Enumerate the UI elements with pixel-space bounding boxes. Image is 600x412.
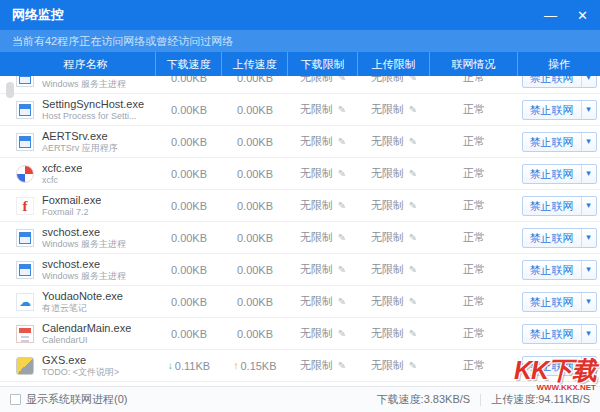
table-body: Windows 服务主进程 ↓ 0.00KB ↑ 0.00KB 无限制 ✎ 无限…	[0, 76, 600, 386]
upload-limit-cell: 无限制 ✎	[358, 262, 430, 277]
block-network-button[interactable]: 禁止联网 ▾	[522, 164, 597, 184]
window-icon	[16, 101, 34, 119]
column-header-4: 下载限制	[288, 52, 358, 76]
block-network-label[interactable]: 禁止联网	[523, 76, 581, 87]
download-speed-cell: ↓ 0.00KB	[156, 168, 222, 180]
dropdown-caret-icon[interactable]: ▾	[581, 165, 596, 183]
download-limit-cell: 无限制 ✎	[288, 294, 358, 309]
upload-limit-value: 无限制	[371, 198, 404, 213]
block-network-label[interactable]: 禁止联网	[523, 261, 581, 279]
download-speed-cell: ↓ 0.00KB	[156, 232, 222, 244]
action-cell: 禁止联网 ▾	[518, 164, 600, 184]
upload-speed-cell: ↑ 0.00KB	[222, 136, 288, 148]
block-network-label[interactable]: 禁止联网	[523, 229, 581, 247]
edit-download-limit-icon[interactable]: ✎	[338, 168, 346, 179]
dropdown-caret-icon[interactable]: ▾	[581, 325, 596, 343]
footer-divider	[480, 394, 481, 406]
upload-limit-cell: 无限制 ✎	[358, 230, 430, 245]
dropdown-caret-icon[interactable]: ▾	[581, 101, 596, 119]
edit-upload-limit-icon[interactable]: ✎	[409, 328, 417, 339]
table-row: CalendarMain.exe CalendarUI ↓ 0.00KB ↑ 0…	[0, 318, 600, 350]
block-network-label[interactable]: 禁止联网	[523, 165, 581, 183]
block-network-label[interactable]: 禁止联网	[523, 101, 581, 119]
foxmail-icon	[16, 197, 34, 215]
block-network-button[interactable]: 禁止联网 ▾	[522, 260, 597, 280]
upload-speed-value: 0.00KB	[237, 168, 273, 180]
block-network-button[interactable]: 禁止联网 ▾	[522, 228, 597, 248]
network-status: 正常	[463, 134, 485, 149]
edit-upload-limit-icon[interactable]: ✎	[409, 296, 417, 307]
edit-upload-limit-icon[interactable]: ✎	[409, 232, 417, 243]
checkbox-icon[interactable]	[10, 394, 21, 405]
table-row: GXS.exe TODO: <文件说明> ↓ 0.11KB ↑ 0.15KB 无…	[0, 350, 600, 382]
edit-upload-limit-icon[interactable]: ✎	[409, 104, 417, 115]
dropdown-caret-icon[interactable]: ▾	[581, 133, 596, 151]
block-network-button[interactable]: 禁止联网 ▾	[522, 292, 597, 312]
dropdown-caret-icon[interactable]: ▾	[581, 229, 596, 247]
edit-upload-limit-icon[interactable]: ✎	[409, 200, 417, 211]
download-speed-value: 0.11KB	[175, 360, 210, 372]
edit-download-limit-icon[interactable]: ✎	[338, 264, 346, 275]
download-speed-value: 0.00KB	[171, 168, 207, 180]
block-network-label[interactable]: 禁止联网	[523, 357, 581, 375]
upload-limit-cell: 无限制 ✎	[358, 102, 430, 117]
edit-upload-limit-icon[interactable]: ✎	[409, 76, 417, 83]
block-network-label[interactable]: 禁止联网	[523, 293, 581, 311]
program-text: Windows 服务主进程	[42, 76, 126, 90]
upload-limit-value: 无限制	[371, 262, 404, 277]
program-name-cell: svchost.exe Windows 服务主进程	[0, 225, 156, 250]
edit-download-limit-icon[interactable]: ✎	[338, 200, 346, 211]
block-network-label[interactable]: 禁止联网	[523, 133, 581, 151]
dropdown-caret-icon[interactable]: ▾	[581, 197, 596, 215]
dropdown-caret-icon[interactable]: ▾	[581, 261, 596, 279]
edit-download-limit-icon[interactable]: ✎	[338, 360, 346, 371]
edit-download-limit-icon[interactable]: ✎	[338, 76, 346, 83]
edit-download-limit-icon[interactable]: ✎	[338, 136, 346, 147]
download-limit-cell: 无限制 ✎	[288, 76, 358, 85]
window-icon	[16, 133, 34, 151]
block-network-button[interactable]: 禁止联网 ▾	[522, 356, 597, 376]
block-network-button[interactable]: 禁止联网 ▾	[522, 100, 597, 120]
dropdown-caret-icon[interactable]: ▾	[581, 76, 596, 87]
edit-upload-limit-icon[interactable]: ✎	[409, 360, 417, 371]
edit-upload-limit-icon[interactable]: ✎	[409, 136, 417, 147]
edit-download-limit-icon[interactable]: ✎	[338, 232, 346, 243]
download-limit-cell: 无限制 ✎	[288, 230, 358, 245]
block-network-button[interactable]: 禁止联网 ▾	[522, 76, 597, 88]
column-header-2: 下载速度	[156, 52, 222, 76]
dropdown-caret-icon[interactable]: ▾	[581, 357, 596, 375]
block-network-button[interactable]: 禁止联网 ▾	[522, 196, 597, 216]
edit-upload-limit-icon[interactable]: ✎	[409, 264, 417, 275]
process-name: svchost.exe	[42, 225, 126, 239]
edit-upload-limit-icon[interactable]: ✎	[409, 168, 417, 179]
process-name: svchost.exe	[42, 257, 126, 271]
edit-download-limit-icon[interactable]: ✎	[338, 328, 346, 339]
network-status-cell: 正常	[430, 76, 518, 85]
network-status: 正常	[463, 326, 485, 341]
download-speed-value: 0.00KB	[171, 200, 207, 212]
download-limit-cell: 无限制 ✎	[288, 134, 358, 149]
edit-download-limit-icon[interactable]: ✎	[338, 104, 346, 115]
block-network-label[interactable]: 禁止联网	[523, 325, 581, 343]
close-button[interactable]: ✕	[577, 9, 588, 22]
upload-limit-cell: 无限制 ✎	[358, 326, 430, 341]
scrollbar-thumb[interactable]	[6, 82, 14, 98]
table-row: AERTSrv.exe AERTSrv 应用程序 ↓ 0.00KB ↑ 0.00…	[0, 126, 600, 158]
notice-bar: 当前有42程序正在访问网络或曾经访问过网络	[0, 30, 600, 52]
window-icon	[16, 261, 34, 279]
program-name-cell: YoudaoNote.exe 有道云笔记	[0, 289, 156, 314]
block-network-button[interactable]: 禁止联网 ▾	[522, 324, 597, 344]
minimize-button[interactable]: —	[544, 9, 557, 22]
download-speed-value: 0.00KB	[171, 328, 207, 340]
window-controls: — ✕	[544, 9, 588, 22]
dropdown-caret-icon[interactable]: ▾	[581, 293, 596, 311]
upload-limit-value: 无限制	[371, 166, 404, 181]
show-system-processes-checkbox[interactable]: 显示系统联网进程(0)	[10, 392, 127, 407]
action-cell: 禁止联网 ▾	[518, 228, 600, 248]
table-row: SettingSyncHost.exe Host Process for Set…	[0, 94, 600, 126]
edit-download-limit-icon[interactable]: ✎	[338, 296, 346, 307]
process-name: AERTSrv.exe	[42, 129, 118, 143]
download-speed-cell: ↓ 0.00KB	[156, 104, 222, 116]
block-network-button[interactable]: 禁止联网 ▾	[522, 132, 597, 152]
block-network-label[interactable]: 禁止联网	[523, 197, 581, 215]
